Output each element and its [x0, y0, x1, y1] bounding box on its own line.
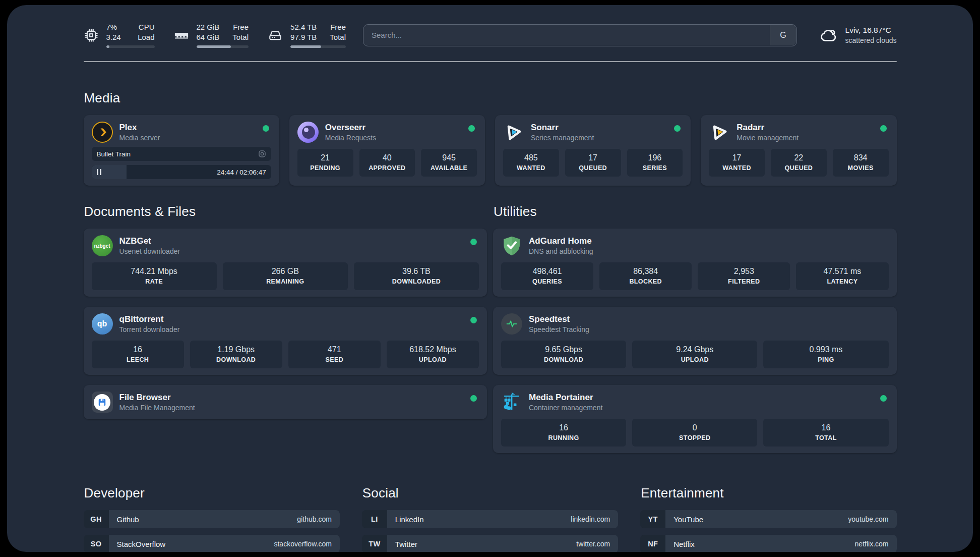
- portainer-card[interactable]: Media Portainer Container management 16 …: [493, 385, 897, 453]
- stat-tile: 22 QUEUED: [771, 149, 827, 177]
- app-name: Overseerr: [325, 122, 376, 133]
- cpu-stat: 7% 3.24 CPU Load: [84, 22, 155, 48]
- stat-tile: 16 LEECH: [92, 341, 184, 368]
- playback-progress-bar[interactable]: 24:44 / 02:06:47: [92, 165, 271, 179]
- memory-labels: Free Total: [232, 22, 249, 42]
- plex-status-dot: [263, 125, 269, 132]
- filebrowser-card[interactable]: File Browser Media File Management: [84, 385, 487, 419]
- bookmark-url: netflix.com: [855, 540, 889, 548]
- bookmark-name: Netflix: [673, 540, 695, 548]
- disk-icon: [268, 28, 283, 43]
- disk-progress-bar: [290, 45, 346, 48]
- radarr-status-dot: [880, 125, 887, 132]
- bookmark-section-social: Social LI LinkedIn linkedin.com TW Twitt…: [362, 485, 618, 552]
- memory-values: 22 GiB 64 GiB: [197, 22, 220, 42]
- bookmark-netflix[interactable]: NF Netflix netflix.com: [640, 535, 896, 552]
- bookmark-name: Github: [117, 515, 139, 524]
- plex-icon: [92, 122, 113, 143]
- cpu-labels: CPU Load: [138, 22, 154, 42]
- search-input[interactable]: [363, 24, 797, 46]
- stat-tile: 196 SERIES: [627, 149, 683, 177]
- stat-tile: 40 APPROVED: [359, 149, 415, 177]
- stat-tile: 17 QUEUED: [565, 149, 621, 177]
- app-name: Radarr: [737, 122, 799, 133]
- search-engine-button[interactable]: G: [770, 25, 796, 45]
- section-title-developer: Developer: [84, 485, 340, 501]
- bookmark-abbr: NF: [640, 535, 665, 552]
- bookmark-url: twitter.com: [576, 540, 610, 548]
- portainer-status-dot: [880, 395, 887, 402]
- disk-values: 52.4 TB 97.9 TB: [290, 22, 317, 42]
- adguard-card[interactable]: AdGuard Home DNS and adblocking 498,461 …: [493, 229, 897, 297]
- sonarr-icon: [503, 122, 524, 143]
- stat-tile: 266 GB REMAINING: [223, 262, 348, 290]
- overseerr-icon: [297, 122, 319, 143]
- cpu-values: 7% 3.24: [106, 22, 121, 42]
- app-name: qBittorrent: [119, 314, 180, 325]
- sonarr-card[interactable]: Sonarr Series management 485 WANTED 17 Q…: [495, 115, 691, 186]
- app-description: Media Requests: [325, 133, 376, 142]
- stat-tile: 16 TOTAL: [763, 419, 888, 447]
- nzbget-card[interactable]: nzbget NZBGet Usenet downloader 744.21 M…: [84, 229, 487, 297]
- cloud-icon: [819, 26, 838, 45]
- app-description: Torrent downloader: [119, 325, 180, 334]
- app-name: Speedtest: [529, 314, 589, 325]
- cpu-icon: [84, 28, 99, 43]
- bookmark-name: Twitter: [395, 540, 417, 548]
- overseerr-card[interactable]: Overseerr Media Requests 21 PENDING 40 A…: [289, 115, 485, 186]
- memory-progress-bar: [197, 45, 249, 48]
- stat-tile: 485 WANTED: [503, 149, 559, 177]
- stat-tile: 471 SEED: [288, 341, 381, 368]
- now-playing-row: Bullet Train: [92, 147, 271, 161]
- radarr-card[interactable]: Radarr Movie management 17 WANTED 22 QUE…: [701, 115, 896, 186]
- app-name: Plex: [119, 122, 160, 133]
- radarr-icon: [709, 122, 730, 143]
- section-title-media: Media: [84, 90, 897, 106]
- stat-tile: 618.52 Mbps UPLOAD: [387, 341, 479, 368]
- search-bar: G: [363, 24, 797, 46]
- stat-tile: 834 MOVIES: [833, 149, 889, 177]
- system-stats: 7% 3.24 CPU Load: [84, 22, 346, 48]
- stat-tile: 39.6 TB DOWNLOADED: [354, 262, 479, 290]
- cpu-progress-bar: [106, 45, 155, 48]
- app-description: Usenet downloader: [119, 247, 180, 256]
- pause-icon: [97, 169, 101, 175]
- speedtest-card[interactable]: Speedtest Speedtest Tracking 9.65 Gbps D…: [493, 307, 897, 375]
- plex-card[interactable]: Plex Media server Bullet Train 24:44 /: [84, 115, 279, 186]
- weather-condition: scattered clouds: [845, 36, 897, 44]
- stat-tile: 47.571 ms LATENCY: [796, 262, 888, 290]
- section-title-social: Social: [362, 485, 618, 501]
- bookmark-youtube[interactable]: YT YouTube youtube.com: [640, 510, 896, 528]
- bookmark-stackoverflow[interactable]: SO StackOverflow stackoverflow.com: [84, 535, 340, 552]
- nzbget-icon: nzbget: [92, 235, 113, 256]
- bookmark-section-entertainment: Entertainment YT YouTube youtube.com NF …: [640, 485, 896, 552]
- bookmark-section-developer: Developer GH Github github.com SO StackO…: [84, 485, 340, 552]
- header: 7% 3.24 CPU Load: [84, 5, 897, 48]
- app-description: Speedtest Tracking: [529, 325, 589, 334]
- qbittorrent-status-dot: [470, 317, 477, 323]
- section-title-utilities: Utilities: [494, 204, 897, 219]
- bookmark-abbr: GH: [84, 510, 109, 528]
- portainer-icon: [501, 392, 522, 413]
- bookmark-linkedin[interactable]: LI LinkedIn linkedin.com: [362, 510, 618, 528]
- dashboard: 7% 3.24 CPU Load: [7, 5, 973, 552]
- bookmark-github[interactable]: GH Github github.com: [84, 510, 340, 528]
- app-description: DNS and adblocking: [529, 247, 593, 256]
- app-name: AdGuard Home: [529, 236, 593, 247]
- disk-stat: 52.4 TB 97.9 TB Free Total: [268, 22, 346, 48]
- stat-tile: 0.993 ms PING: [763, 341, 888, 368]
- app-description: Media File Management: [119, 403, 195, 412]
- header-divider: [84, 61, 897, 62]
- speedtest-icon: [501, 313, 522, 335]
- disk-labels: Free Total: [330, 22, 346, 42]
- stat-tile: 21 PENDING: [297, 149, 353, 177]
- app-name: File Browser: [119, 392, 195, 403]
- section-title-documents: Documents & Files: [84, 204, 487, 219]
- bookmark-twitter[interactable]: TW Twitter twitter.com: [362, 535, 618, 552]
- bookmark-name: LinkedIn: [395, 515, 424, 524]
- stat-tile: 2,953 FILTERED: [698, 262, 790, 290]
- bookmark-url: stackoverflow.com: [274, 540, 331, 548]
- nzbget-status-dot: [470, 239, 477, 245]
- bookmark-name: StackOverflow: [117, 540, 166, 548]
- qbittorrent-card[interactable]: qb qBittorrent Torrent downloader 16 LEE…: [84, 307, 487, 375]
